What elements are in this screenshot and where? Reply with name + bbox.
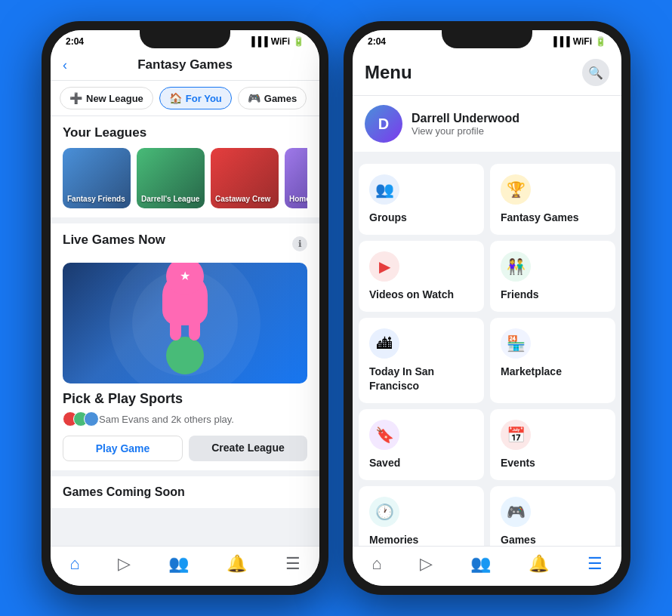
nav-home-2[interactable]: ⌂ bbox=[371, 554, 381, 574]
home-tab-icon: 🏠 bbox=[169, 92, 182, 104]
game-title: Pick & Play Sports bbox=[63, 391, 307, 407]
menu-header: Menu 🔍 bbox=[353, 50, 621, 96]
menu-item-events[interactable]: 📅 Events bbox=[490, 409, 615, 480]
today-icon: 🏙 bbox=[369, 328, 399, 359]
league-card-2[interactable]: Darrell's League bbox=[137, 148, 205, 208]
live-games-section: Live Games Now ℹ bbox=[51, 223, 319, 470]
app-header: ‹ Fantasy Games bbox=[51, 50, 319, 81]
menu-item-videos[interactable]: ▶ Videos on Watch bbox=[359, 241, 484, 312]
league-card-4[interactable]: Home Fans bbox=[285, 148, 307, 208]
memories-icon: 🕐 bbox=[369, 497, 399, 527]
menu-item-friends[interactable]: 👫 Friends bbox=[490, 241, 615, 312]
phone-1: 2:04 ▐▐▐ WiFi 🔋 ‹ Fantasy Games ➕ New Le… bbox=[42, 21, 328, 595]
marketplace-label: Marketplace bbox=[501, 365, 562, 378]
notch-2 bbox=[442, 30, 532, 48]
nav-notifications-2[interactable]: 🔔 bbox=[529, 554, 549, 574]
groups-icon: 👥 bbox=[369, 174, 399, 205]
groups-label: Groups bbox=[369, 211, 407, 224]
play-game-button[interactable]: Play Game bbox=[63, 436, 183, 461]
bottom-nav-1: ⌂ ▷ 👥 🔔 ☰ bbox=[51, 546, 319, 586]
bottom-nav-2: ⌂ ▷ 👥 🔔 ☰ bbox=[353, 546, 621, 586]
menu-item-fantasy[interactable]: 🏆 Fantasy Games bbox=[490, 164, 615, 235]
nav-watch-2[interactable]: ▷ bbox=[420, 554, 433, 574]
menu-scroll[interactable]: 👥 Groups 🏆 Fantasy Games ▶ Videos on Wat… bbox=[353, 158, 621, 546]
saved-label: Saved bbox=[369, 456, 400, 470]
avatar-stack bbox=[63, 411, 94, 427]
game-meta: Sam Evans and 2k others play. bbox=[63, 411, 307, 427]
menu-title: Menu bbox=[365, 62, 412, 83]
search-button[interactable]: 🔍 bbox=[582, 59, 609, 86]
fantasy-label: Fantasy Games bbox=[501, 211, 579, 224]
nav-menu-1[interactable]: ☰ bbox=[285, 554, 301, 574]
info-icon[interactable]: ℹ bbox=[292, 236, 307, 251]
profile-avatar: D bbox=[365, 105, 402, 143]
fantasy-icon: 🏆 bbox=[501, 174, 531, 205]
friends-icon: 👫 bbox=[501, 251, 531, 282]
profile-info: Darrell Underwood View your profile bbox=[412, 112, 519, 137]
today-label: Today In San Francisco bbox=[369, 365, 473, 392]
games-icon: 🎮 bbox=[501, 497, 531, 527]
menu-item-today[interactable]: 🏙 Today In San Francisco bbox=[359, 318, 484, 402]
nav-menu-2[interactable]: ☰ bbox=[587, 554, 603, 574]
tab-bar: ➕ New League 🏠 For You 🎮 Games bbox=[51, 81, 319, 116]
friends-label: Friends bbox=[501, 288, 539, 301]
nav-groups-1[interactable]: 👥 bbox=[168, 554, 189, 574]
menu-grid: 👥 Groups 🏆 Fantasy Games ▶ Videos on Wat… bbox=[353, 158, 621, 546]
events-icon: 📅 bbox=[501, 420, 531, 450]
events-label: Events bbox=[501, 456, 535, 470]
game-banner: ★ bbox=[63, 263, 307, 383]
menu-item-groups[interactable]: 👥 Groups bbox=[359, 164, 484, 235]
menu-item-marketplace[interactable]: 🏪 Marketplace bbox=[490, 318, 615, 402]
nav-watch-1[interactable]: ▷ bbox=[118, 554, 131, 574]
nav-home-1[interactable]: ⌂ bbox=[69, 554, 79, 574]
profile-sub: View your profile bbox=[412, 125, 519, 137]
back-button[interactable]: ‹ bbox=[63, 57, 67, 73]
leagues-scroll[interactable]: Fantasy Friends Darrell's League Castawa… bbox=[63, 148, 307, 208]
tab-for-you[interactable]: 🏠 For You bbox=[159, 87, 232, 109]
game-buttons: Play Game Create League bbox=[63, 436, 307, 461]
league-card-1[interactable]: Fantasy Friends bbox=[63, 148, 131, 208]
create-league-button[interactable]: Create League bbox=[189, 436, 307, 461]
profile-name: Darrell Underwood bbox=[412, 112, 519, 125]
mini-avatar-3 bbox=[84, 411, 99, 427]
plus-icon: ➕ bbox=[69, 92, 82, 104]
your-leagues-section: Your Leagues Fantasy Friends Darrell's L… bbox=[51, 116, 319, 217]
videos-icon: ▶ bbox=[369, 251, 399, 282]
menu-item-saved[interactable]: 🔖 Saved bbox=[359, 409, 484, 480]
time-1: 2:04 bbox=[66, 36, 84, 47]
tab-new-league[interactable]: ➕ New League bbox=[60, 87, 153, 109]
games-label: Games bbox=[501, 533, 536, 546]
live-header: Live Games Now ℹ bbox=[63, 233, 307, 255]
tab-games[interactable]: 🎮 Games bbox=[238, 87, 307, 109]
videos-label: Videos on Watch bbox=[369, 288, 454, 301]
content-scroll[interactable]: Your Leagues Fantasy Friends Darrell's L… bbox=[51, 116, 319, 546]
saved-icon: 🔖 bbox=[369, 420, 399, 450]
live-games-title: Live Games Now bbox=[63, 233, 165, 248]
games-tab-icon: 🎮 bbox=[248, 92, 260, 104]
status-icons-2: ▐▐▐ WiFi 🔋 bbox=[550, 36, 606, 47]
your-leagues-title: Your Leagues bbox=[63, 125, 307, 140]
app-title: Fantasy Games bbox=[137, 57, 233, 72]
nav-groups-2[interactable]: 👥 bbox=[470, 554, 491, 574]
notch-1 bbox=[140, 30, 230, 48]
games-coming-title: Games Coming Soon bbox=[51, 476, 319, 508]
nav-notifications-1[interactable]: 🔔 bbox=[227, 554, 247, 574]
phone-2: 2:04 ▐▐▐ WiFi 🔋 Menu 🔍 D Darrell Underwo… bbox=[344, 21, 630, 595]
time-2: 2:04 bbox=[368, 36, 386, 47]
memories-label: Memories bbox=[369, 533, 418, 546]
menu-item-memories[interactable]: 🕐 Memories bbox=[359, 486, 484, 546]
menu-item-games[interactable]: 🎮 Games bbox=[490, 486, 615, 546]
status-icons-1: ▐▐▐ WiFi 🔋 bbox=[248, 36, 304, 47]
marketplace-icon: 🏪 bbox=[501, 328, 531, 359]
profile-row[interactable]: D Darrell Underwood View your profile bbox=[353, 96, 621, 152]
league-card-3[interactable]: Castaway Crew bbox=[211, 148, 279, 208]
